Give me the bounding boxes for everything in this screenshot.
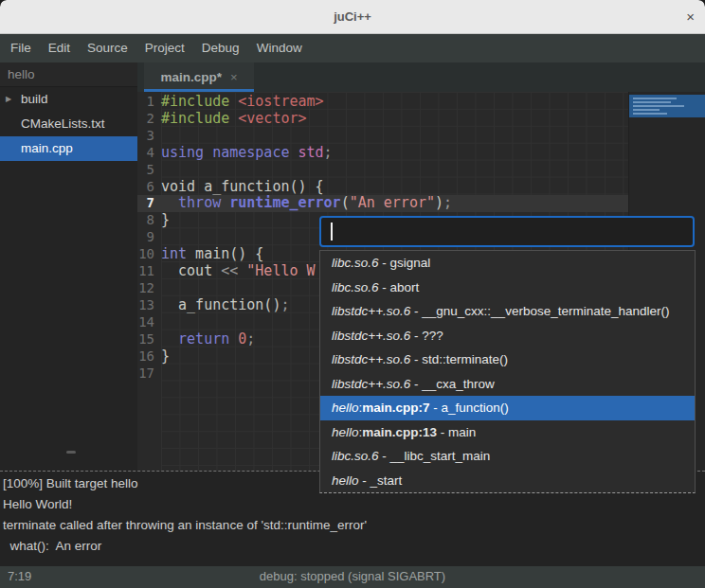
- tree-item-label: build: [19, 87, 48, 112]
- code-text: }: [161, 212, 170, 229]
- sidebar-item-cmakelists-txt[interactable]: CMakeLists.txt: [0, 112, 137, 136]
- output-line-3: what(): An error: [3, 536, 705, 557]
- line-number: 17: [137, 365, 161, 383]
- code-line-2[interactable]: 2#include <vector>: [137, 111, 628, 128]
- code-text: #include <vector>: [161, 111, 307, 128]
- minimap-slider[interactable]: [629, 95, 705, 117]
- code-text: throw runtime_error("An error");: [161, 195, 452, 212]
- line-number: 5: [137, 162, 161, 179]
- menu-item-debug[interactable]: Debug: [193, 34, 248, 62]
- menu-item-file[interactable]: File: [2, 34, 40, 62]
- line-number: 4: [137, 145, 161, 162]
- code-line-7[interactable]: 7 throw runtime_error("An error");: [137, 195, 628, 212]
- code-text: int main() {: [161, 246, 263, 263]
- line-number: 12: [137, 280, 161, 297]
- stack-frame-4[interactable]: libstdc++.so.6 - std::terminate(): [320, 347, 695, 372]
- line-number: 13: [137, 297, 161, 314]
- stack-frame-3[interactable]: libstdc++.so.6 - ???: [320, 324, 695, 348]
- line-number: 16: [137, 348, 161, 365]
- menu-bar: FileEditSourceProjectDebugWindow: [0, 34, 705, 62]
- stack-search-input[interactable]: [319, 216, 695, 247]
- line-number: 11: [137, 263, 161, 280]
- output-line-1: Hello World!: [3, 494, 705, 515]
- stack-frame-8[interactable]: libc.so.6 - __libc_start_main: [320, 444, 695, 469]
- code-line-3[interactable]: 3: [137, 128, 628, 145]
- output-line-2: terminate called after throwing an insta…: [3, 515, 705, 536]
- stack-trace-popup: libc.so.6 - gsignallibc.so.6 - abortlibs…: [319, 216, 696, 493]
- tree-item-label: main.cpp: [19, 136, 73, 161]
- menu-item-source[interactable]: Source: [79, 34, 136, 62]
- project-sidebar: hello ▶buildCMakeLists.txtmain.cpp: [0, 62, 137, 471]
- text-caret: [331, 223, 333, 241]
- stack-frame-7[interactable]: hello:main.cpp:13 - main: [320, 420, 695, 445]
- stack-frame-5[interactable]: libstdc++.so.6 - __cxa_throw: [320, 372, 695, 397]
- stack-frame-0[interactable]: libc.so.6 - gsignal: [320, 251, 695, 276]
- stack-frame-1[interactable]: libc.so.6 - abort: [320, 276, 695, 300]
- app-window: juCi++ × FileEditSourceProjectDebugWindo…: [0, 0, 705, 588]
- sidebar-item-main-cpp[interactable]: main.cpp: [0, 136, 137, 161]
- line-number: 6: [137, 179, 161, 196]
- status-bar: 7:19 debug: stopped (signal SIGABRT): [0, 566, 705, 588]
- window-close-button[interactable]: ×: [686, 0, 695, 33]
- code-line-6[interactable]: 6void a_function() {: [137, 179, 628, 196]
- sidebar-item-build[interactable]: ▶build: [0, 87, 137, 112]
- line-number: 9: [137, 229, 161, 246]
- code-text: cout << "Hello W: [161, 263, 316, 280]
- code-text: return 0;: [161, 331, 255, 348]
- code-text: #include <iostream>: [161, 94, 324, 111]
- menu-item-window[interactable]: Window: [248, 34, 311, 62]
- stack-frame-list: libc.so.6 - gsignallibc.so.6 - abortlibs…: [319, 250, 696, 493]
- sidebar-hscrollbar-thumb[interactable]: [66, 451, 76, 454]
- tab-label: main.cpp*: [160, 70, 222, 84]
- line-number: 7: [137, 195, 161, 212]
- code-line-1[interactable]: 1#include <iostream>: [137, 94, 628, 111]
- expander-icon[interactable]: ▶: [6, 87, 19, 112]
- line-number: 3: [137, 128, 161, 145]
- line-number: 1: [137, 94, 161, 111]
- line-number: 8: [137, 212, 161, 229]
- line-number: 14: [137, 314, 161, 331]
- tab-bar: main.cpp*×: [137, 62, 705, 92]
- stack-frame-6[interactable]: hello:main.cpp:7 - a_function(): [320, 396, 695, 420]
- code-text: using namespace std;: [161, 145, 333, 162]
- code-text: a_function();: [161, 297, 289, 314]
- tab-main-cpp-[interactable]: main.cpp*×: [144, 62, 254, 92]
- stack-frame-2[interactable]: libstdc++.so.6 - __gnu_cxx::__verbose_te…: [320, 299, 695, 324]
- code-line-5[interactable]: 5: [137, 162, 628, 179]
- menu-item-project[interactable]: Project: [136, 34, 193, 62]
- window-titlebar: juCi++ ×: [0, 0, 705, 34]
- file-tree: ▶buildCMakeLists.txtmain.cpp: [0, 87, 137, 161]
- code-text: void a_function() {: [161, 179, 324, 196]
- line-number: 2: [137, 111, 161, 128]
- stack-frame-9[interactable]: hello - _start: [320, 469, 695, 493]
- window-title: juCi++: [0, 0, 705, 33]
- tab-close-icon[interactable]: ×: [230, 70, 238, 84]
- project-name-header: hello: [0, 62, 137, 87]
- code-line-4[interactable]: 4using namespace std;: [137, 145, 628, 162]
- code-text: }: [161, 348, 170, 365]
- line-number: 15: [137, 331, 161, 348]
- menu-item-edit[interactable]: Edit: [40, 34, 79, 62]
- line-number: 10: [137, 246, 161, 263]
- tree-item-label: CMakeLists.txt: [19, 112, 105, 136]
- debug-status: debug: stopped (signal SIGABRT): [0, 566, 705, 587]
